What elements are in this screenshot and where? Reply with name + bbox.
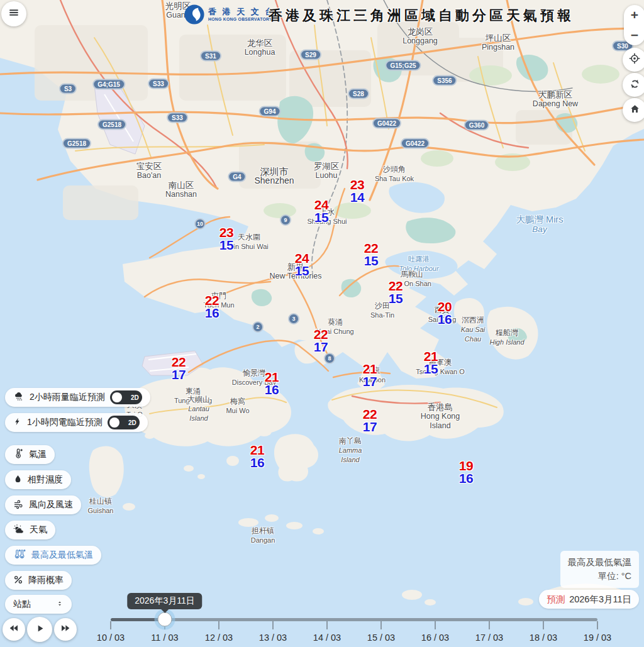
wind-icon <box>13 499 24 511</box>
layer-label: 最高及最低氣溫 <box>31 550 93 561</box>
timeline-tick <box>435 621 436 629</box>
locate-icon <box>628 52 641 67</box>
station-select-label: 站點 <box>13 599 31 610</box>
timeline-date-label: 16 / 03 <box>421 633 449 643</box>
weather-map-app: 光明区Guang龙华区Longhua龙岗区Longgang坪山区Pingshan… <box>0 0 644 647</box>
timeline-date-label: 12 / 03 <box>205 633 233 643</box>
legend-box: 最高及最低氣溫 單位: °C <box>560 551 640 588</box>
rewind-button[interactable] <box>3 618 25 641</box>
timeline-date-label: 17 / 03 <box>475 633 503 643</box>
timeline-tooltip: 2026年3月11日 <box>127 593 202 609</box>
timeline-track-elapsed[interactable] <box>111 618 165 621</box>
toggle-label: 1小時閃電臨近預測 <box>27 417 103 428</box>
fast-forward-button[interactable] <box>54 618 77 641</box>
zoom-control: + − <box>624 5 644 45</box>
timeline-date-label: 18 / 03 <box>530 633 557 643</box>
layer-button-3[interactable]: 風向及風速 <box>5 495 81 514</box>
timeline-date-label: 15 / 03 <box>367 633 395 643</box>
timeline-tick <box>272 621 274 629</box>
timeline-date-label: 19 / 03 <box>584 633 611 643</box>
timeline-date-label: 13 / 03 <box>259 633 287 643</box>
lightning-icon <box>13 416 22 429</box>
play-icon <box>35 623 45 636</box>
thermometer-icon <box>13 448 24 461</box>
layer-button-4[interactable]: 天氣 <box>5 521 55 539</box>
zoom-in-button[interactable]: + <box>631 8 638 22</box>
timeline-tick <box>380 621 382 629</box>
refresh-button[interactable] <box>623 73 644 97</box>
home-button[interactable] <box>623 98 644 122</box>
layer-button-2[interactable]: 相對濕度 <box>5 470 71 489</box>
timeline-date-label: 14 / 03 <box>313 633 341 643</box>
timeline-date-label: 10 / 03 <box>97 633 125 643</box>
forecast-badge: 預測 2026年3月11日 <box>539 590 639 609</box>
rain-cloud-icon <box>13 391 25 404</box>
layer-button-5[interactable]: 最高及最低氣溫 <box>5 546 101 565</box>
layer-label: 氣溫 <box>29 449 47 460</box>
sun-cloud-icon <box>13 524 25 537</box>
toggle-label: 2小時雨量臨近預測 <box>30 392 105 403</box>
timeline-tick <box>110 621 111 629</box>
timeline-slider-handle[interactable] <box>158 612 172 627</box>
locate-button[interactable] <box>623 48 644 72</box>
timeline-tick <box>489 621 490 629</box>
layer-button-1[interactable]: 氣溫 <box>5 445 55 464</box>
home-icon <box>629 103 641 118</box>
forecast-date: 2026年3月11日 <box>569 594 631 606</box>
timeline-tick <box>597 621 598 629</box>
menu-button[interactable] <box>1 1 26 26</box>
timeline-date-label: 11 / 03 <box>151 633 178 643</box>
nowcast-toggle-row[interactable]: 2小時雨量臨近預測2D <box>5 388 150 407</box>
layer-label: 降雨概率 <box>28 575 64 586</box>
layer-label: 天氣 <box>30 524 47 536</box>
droplet-icon <box>13 474 23 486</box>
layer-label: 相對濕度 <box>28 474 63 485</box>
percent-icon <box>13 575 23 587</box>
zoom-out-button[interactable]: − <box>631 28 638 42</box>
page-title: 香港及珠江三角洲區域自動分區天氣預報 <box>269 6 574 25</box>
layer-button-6[interactable]: 降雨概率 <box>5 571 72 590</box>
station-select[interactable]: 站點 <box>5 595 72 614</box>
timeline-tick <box>326 621 328 629</box>
layer-label: 風向及風速 <box>29 499 73 511</box>
max-min-thermometer-icon <box>13 549 26 561</box>
dimension-toggle-switch[interactable]: 2D <box>110 390 142 404</box>
legend-line2: 單位: °C <box>568 569 632 583</box>
refresh-icon <box>629 78 641 92</box>
hamburger-icon <box>8 7 19 21</box>
sort-arrows-icon <box>56 599 64 610</box>
fast-forward-icon <box>60 623 70 636</box>
dimension-toggle-switch[interactable]: 2D <box>108 416 140 429</box>
timeline-tick <box>218 621 219 629</box>
forecast-tag: 預測 <box>547 594 565 606</box>
logo-cjk-text: 香 港 天 文 台 <box>208 8 275 16</box>
logo-en-text: HONG KONG OBSERVATORY <box>208 16 275 23</box>
nowcast-toggle-row[interactable]: 1小時閃電臨近預測2D <box>5 413 148 432</box>
play-button[interactable] <box>27 617 52 642</box>
timeline-track[interactable] <box>165 618 597 621</box>
timeline-tick <box>543 621 544 629</box>
hko-logo-icon <box>184 4 205 28</box>
hko-logo: 香 港 天 文 台 HONG KONG OBSERVATORY <box>184 4 275 28</box>
rewind-icon <box>9 623 19 636</box>
legend-line1: 最高及最低氣溫 <box>568 555 632 569</box>
